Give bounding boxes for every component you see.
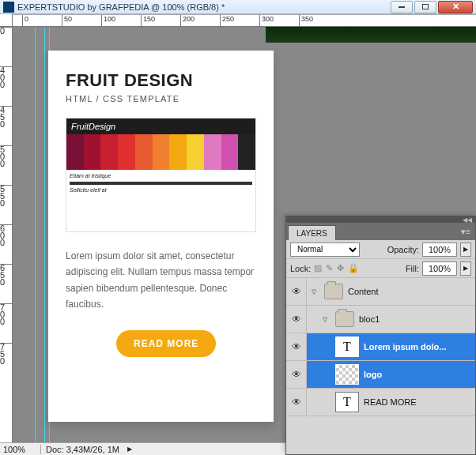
twirl-down-icon[interactable]: ▽ xyxy=(323,316,331,323)
opacity-label: Opacity: xyxy=(387,245,419,254)
ruler-tick: 700 xyxy=(0,303,12,325)
ruler-vertical[interactable]: 0 400 450 500 550 600 650 700 750 xyxy=(0,14,13,442)
visibility-toggle-icon[interactable]: 👁 xyxy=(286,306,307,333)
fill-value[interactable]: 100% xyxy=(422,261,457,276)
layer-row: 👁 ▽ Content xyxy=(286,278,475,306)
ps-icon xyxy=(3,2,14,13)
lock-transparency-icon[interactable]: ▨ xyxy=(314,263,322,273)
text-layer-icon: T xyxy=(335,337,359,357)
lock-all-icon[interactable]: 🔒 xyxy=(348,263,359,273)
tab-layers[interactable]: LAYERS xyxy=(288,225,336,240)
layer-row: 👁 T Lorem ipsum dolo... xyxy=(286,333,475,361)
layer-thumbnail-icon xyxy=(335,364,359,385)
ruler-tick: 500 xyxy=(0,145,12,167)
lock-fill-row: Lock: ▨ ✎ ✥ 🔒 Fill: 100% ▶ xyxy=(286,259,475,278)
layer-item-content[interactable]: ▽ Content xyxy=(307,278,475,305)
ruler-tick: 350 xyxy=(299,15,313,26)
ruler-tick: 150 xyxy=(141,15,155,26)
window-title: EXPERTSTUDIO by GRAFPEDIA @ 100% (RGB/8)… xyxy=(17,2,225,12)
guide-vertical[interactable] xyxy=(44,27,45,442)
ruler-tick: 100 xyxy=(101,15,115,26)
layer-row: 👁 logo xyxy=(286,361,475,389)
minimize-button[interactable] xyxy=(391,1,413,13)
read-more-button[interactable]: READ MORE xyxy=(116,330,216,357)
design-card: FRUIT DESIGN HTML / CSS TEMPLATE FruitDe… xyxy=(48,51,274,422)
ruler-tick: 650 xyxy=(0,264,12,286)
panel-menu-icon[interactable]: ▾≡ xyxy=(456,227,475,240)
layer-item-bloc1[interactable]: ▽ bloc1 xyxy=(307,306,475,333)
ruler-horizontal[interactable]: 0 50 100 150 200 250 300 350 xyxy=(13,14,476,27)
lock-paint-icon[interactable]: ✎ xyxy=(326,263,333,273)
layer-row: 👁 T READ MORE xyxy=(286,389,475,416)
ruler-tick: 0 xyxy=(22,15,28,26)
ruler-tick: 550 xyxy=(0,185,12,207)
ruler-tick: 750 xyxy=(0,343,12,365)
fill-label: Fill: xyxy=(406,264,419,273)
layer-name: Lorem ipsum dolo... xyxy=(364,342,447,352)
ruler-tick: 400 xyxy=(0,66,12,88)
card-description: Lorem ipsum dolor sit amet, consectetur … xyxy=(66,248,256,313)
ruler-tick: 50 xyxy=(62,15,72,26)
layer-name: READ MORE xyxy=(364,397,417,407)
visibility-toggle-icon[interactable]: 👁 xyxy=(286,389,307,416)
layer-item-read-more[interactable]: T READ MORE xyxy=(307,389,475,416)
panel-grip[interactable]: ◀◀ xyxy=(286,216,475,223)
ruler-corner xyxy=(0,14,13,27)
lock-label: Lock: xyxy=(290,264,311,273)
layers-panel: ◀◀ LAYERS ▾≡ Normal Opacity: 100% ▶ Lock… xyxy=(285,216,476,455)
ruler-tick: 600 xyxy=(0,224,12,246)
layer-name: Content xyxy=(348,287,379,296)
layer-item-lorem-text[interactable]: T Lorem ipsum dolo... xyxy=(307,333,475,360)
visibility-toggle-icon[interactable]: 👁 xyxy=(286,278,307,305)
layer-name: bloc1 xyxy=(359,314,380,324)
canvas-image-strip xyxy=(266,27,476,43)
maximize-button[interactable] xyxy=(414,1,436,13)
layer-item-logo[interactable]: logo xyxy=(307,361,475,388)
ruler-tick: 0 xyxy=(0,27,12,35)
blend-opacity-row: Normal Opacity: 100% ▶ xyxy=(286,240,475,259)
doc-size: Doc: 3,43M/26, 1M xyxy=(41,445,124,454)
ruler-tick: 250 xyxy=(220,15,234,26)
fill-slider-icon[interactable]: ▶ xyxy=(460,261,471,276)
blend-mode-select[interactable]: Normal xyxy=(290,243,360,257)
layer-name: logo xyxy=(364,370,382,379)
lock-position-icon[interactable]: ✥ xyxy=(337,263,344,273)
ruler-tick: 200 xyxy=(180,15,195,26)
ruler-tick: 300 xyxy=(259,15,274,26)
visibility-toggle-icon[interactable]: 👁 xyxy=(286,361,307,388)
panel-tabbar: LAYERS ▾≡ xyxy=(286,223,475,240)
opacity-slider-icon[interactable]: ▶ xyxy=(460,243,471,257)
layer-row: 👁 ▽ bloc1 xyxy=(286,306,475,333)
folder-icon xyxy=(324,284,343,299)
guide-vertical[interactable] xyxy=(35,27,36,442)
zoom-level[interactable]: 100% xyxy=(0,445,41,454)
window-titlebar: EXPERTSTUDIO by GRAFPEDIA @ 100% (RGB/8)… xyxy=(0,0,476,14)
doc-size-menu-icon[interactable]: ▶ xyxy=(127,446,132,453)
folder-icon xyxy=(335,311,354,327)
card-title: FRUIT DESIGN xyxy=(66,70,256,91)
twirl-down-icon[interactable]: ▽ xyxy=(312,288,319,295)
opacity-value[interactable]: 100% xyxy=(422,243,457,257)
text-layer-icon: T xyxy=(335,392,359,412)
ruler-tick: 450 xyxy=(0,106,12,128)
layer-list: 👁 ▽ Content 👁 ▽ bloc1 👁 T Lorem ipsum do… xyxy=(286,278,475,416)
close-button[interactable]: ✕ xyxy=(438,1,473,13)
template-thumbnail: FruitDesign Etiam at tristique Sollicitu… xyxy=(66,118,256,232)
card-subtitle: HTML / CSS TEMPLATE xyxy=(66,94,256,103)
visibility-toggle-icon[interactable]: 👁 xyxy=(286,333,307,360)
thumbnail-title: FruitDesign xyxy=(71,122,115,131)
